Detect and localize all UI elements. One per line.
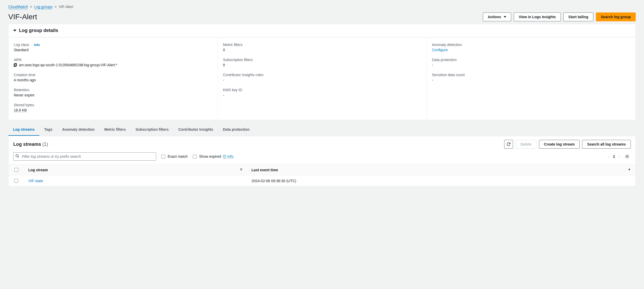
- page-next[interactable]: ›: [619, 154, 620, 159]
- tabs: Log streams Tags Anomaly detection Metri…: [8, 124, 636, 136]
- log-streams-table: Log stream ▽ Last event time ▼ VIF-state…: [9, 164, 635, 186]
- actions-dropdown[interactable]: Actions: [483, 12, 511, 21]
- contributor-insights-value: -: [223, 78, 421, 82]
- refresh-button[interactable]: [504, 140, 513, 149]
- arn-value: arn:aws:logs:ap-south-1:510564665198:log…: [14, 63, 212, 67]
- metric-filters-value: 0: [223, 48, 421, 52]
- select-all-checkbox[interactable]: [14, 168, 18, 172]
- svg-point-7: [627, 156, 628, 157]
- gear-icon: [625, 154, 629, 159]
- search-icon: [15, 154, 19, 159]
- details-title: Log group details: [19, 28, 58, 33]
- svg-point-2: [16, 155, 18, 157]
- subscription-filters-value: 0: [223, 63, 421, 67]
- anomaly-detection-label: Anomaly detection: [432, 43, 630, 47]
- tab-subscription-filters[interactable]: Subscription filters: [131, 124, 174, 136]
- page-prev[interactable]: ‹: [608, 154, 609, 159]
- details-col-2: Metric filters 0 Subscription filters 0 …: [218, 37, 426, 120]
- details-col-1: Log class Info Standard ARN arn:aws:logs…: [9, 37, 218, 120]
- data-protection-label: Data protection: [432, 58, 630, 62]
- log-streams-card: Log streams (1) Delete Create log stream…: [8, 136, 636, 186]
- tab-data-protection[interactable]: Data protection: [218, 124, 254, 136]
- show-expired-label: Show expired: [199, 154, 221, 159]
- log-class-value: Standard: [14, 48, 212, 52]
- sort-indicator-icon: ▼: [628, 168, 631, 171]
- tab-contributor-insights[interactable]: Contributor Insights: [174, 124, 218, 136]
- creation-time-label: Creation time: [14, 73, 212, 77]
- sensitive-data-value: -: [432, 78, 630, 82]
- anomaly-configure-link[interactable]: Configure: [432, 48, 448, 52]
- search-all-log-streams-button[interactable]: Search all log streams: [582, 140, 631, 149]
- refresh-icon: [506, 142, 511, 147]
- stored-bytes-value: 18.8 KB: [14, 108, 27, 113]
- triangle-down-icon: [13, 30, 16, 31]
- breadcrumb-sep: >: [30, 5, 32, 9]
- show-expired-checkbox[interactable]: [193, 155, 197, 159]
- breadcrumb-sep: >: [55, 5, 57, 9]
- tab-anomaly-detection[interactable]: Anomaly detection: [57, 124, 100, 136]
- retention-value: Never expire: [14, 93, 212, 97]
- log-group-details-panel: Log group details Log class Info Standar…: [8, 24, 636, 120]
- actions-label: Actions: [488, 14, 501, 19]
- pager: ‹ 1 ›: [608, 153, 631, 160]
- page-number: 1: [613, 154, 615, 159]
- breadcrumb: CloudWatch > Log groups > VIF-Alert: [8, 5, 636, 9]
- log-streams-title: Log streams (1): [13, 142, 48, 147]
- exact-match-label: Exact match: [168, 154, 188, 159]
- kms-key-label: KMS key ID: [223, 88, 421, 92]
- log-streams-count: (1): [42, 142, 48, 147]
- show-expired-info[interactable]: Info: [223, 154, 233, 159]
- breadcrumb-log-groups[interactable]: Log groups: [34, 5, 52, 9]
- col-log-stream[interactable]: Log stream ▽: [24, 165, 247, 175]
- log-class-label: Log class Info: [14, 43, 212, 47]
- svg-line-3: [18, 157, 19, 157]
- filter-input[interactable]: [13, 152, 156, 161]
- metric-filters-label: Metric filters: [223, 43, 421, 47]
- tab-log-streams[interactable]: Log streams: [8, 124, 40, 136]
- row-checkbox[interactable]: [14, 179, 18, 183]
- exact-match-checkbox[interactable]: [161, 155, 165, 159]
- sensitive-data-label: Sensitive data count: [432, 73, 630, 77]
- last-event-time: 2024-02-06 09:38:30 (UTC): [247, 175, 635, 186]
- search-log-group-button[interactable]: Search log group: [596, 12, 636, 21]
- page-header: VIF-Alert Actions View in Logs Insights …: [8, 12, 636, 21]
- details-col-3: Anomaly detection Configure Data protect…: [426, 37, 635, 120]
- data-protection-value: -: [432, 63, 630, 67]
- arn-label: ARN: [14, 58, 212, 62]
- creation-time-value: 4 months ago: [14, 78, 212, 82]
- svg-point-6: [224, 155, 225, 156]
- view-logs-insights-button[interactable]: View in Logs Insights: [514, 12, 561, 21]
- kms-key-value: -: [223, 93, 421, 97]
- breadcrumb-current: VIF-Alert: [59, 5, 73, 9]
- col-last-event-time[interactable]: Last event time ▼: [247, 165, 635, 175]
- tab-metric-filters[interactable]: Metric filters: [100, 124, 131, 136]
- tab-tags[interactable]: Tags: [40, 124, 57, 136]
- copy-icon[interactable]: [14, 63, 17, 67]
- retention-label: Retention: [14, 88, 212, 92]
- stored-bytes-label: Stored bytes: [14, 103, 212, 107]
- header-actions: Actions View in Logs Insights Start tail…: [483, 12, 636, 21]
- details-toggle[interactable]: Log group details: [9, 24, 635, 37]
- table-row: VIF-state 2024-02-06 09:38:30 (UTC): [9, 175, 635, 186]
- breadcrumb-cloudwatch[interactable]: CloudWatch: [8, 5, 28, 9]
- log-stream-link[interactable]: VIF-state: [28, 179, 43, 183]
- exact-match-option[interactable]: Exact match: [160, 154, 188, 159]
- info-icon: [223, 155, 226, 158]
- show-expired-option[interactable]: Show expired Info: [192, 154, 233, 159]
- log-class-info-link[interactable]: Info: [32, 43, 40, 47]
- table-settings-button[interactable]: [623, 153, 631, 160]
- sort-indicator-icon: ▽: [240, 168, 242, 171]
- create-log-stream-button[interactable]: Create log stream: [539, 140, 580, 149]
- delete-button[interactable]: Delete: [516, 140, 536, 149]
- contributor-insights-label: Contributor Insights rules: [223, 73, 421, 77]
- filter-field: [13, 152, 156, 161]
- details-grid: Log class Info Standard ARN arn:aws:logs…: [9, 37, 635, 120]
- caret-down-icon: [504, 16, 506, 18]
- start-tailing-button[interactable]: Start tailing: [563, 12, 593, 21]
- page-title: VIF-Alert: [8, 13, 37, 21]
- subscription-filters-label: Subscription filters: [223, 58, 421, 62]
